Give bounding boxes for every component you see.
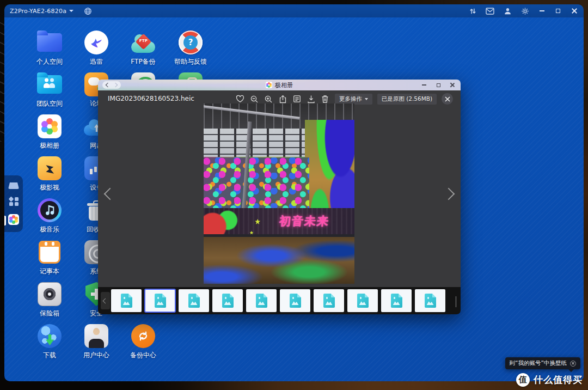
thumbnail-2-selected[interactable]: [145, 289, 175, 312]
mail-icon[interactable]: [486, 7, 494, 15]
download-globe-icon: [38, 324, 62, 348]
photo-floor: [204, 237, 354, 284]
window-minimize-button[interactable]: [538, 7, 546, 15]
zoom-in-icon[interactable]: [264, 94, 273, 103]
photo-canvas: 初音未来: [204, 103, 354, 284]
window-titlebar[interactable]: 极相册: [98, 80, 461, 90]
win-maximize-button[interactable]: [434, 81, 442, 89]
thumbs-scroll-left[interactable]: [101, 292, 110, 309]
window-title: 极相册: [98, 81, 461, 89]
thumbs-scroll-right[interactable]: [456, 296, 456, 307]
window-maximize-button[interactable]: [554, 7, 562, 15]
exif-info-icon[interactable]: [292, 94, 302, 103]
win-minimize-button[interactable]: [420, 81, 428, 89]
notebook-icon: [39, 241, 60, 264]
photos-flower-icon: [38, 114, 62, 138]
gear-icon[interactable]: [520, 7, 529, 15]
share-icon[interactable]: [278, 94, 287, 103]
desktop-app-video[interactable]: 极影视: [26, 154, 73, 192]
user-avatar-icon: [84, 324, 108, 348]
desktop-app-safe-box[interactable]: 保险箱: [26, 280, 73, 318]
thumbnail-5[interactable]: [246, 289, 277, 312]
safe-icon: [38, 282, 62, 306]
thunder-bird-icon: [84, 31, 108, 54]
toast-text: 到“我的账号”中换壁纸: [510, 359, 567, 367]
side-dock: [4, 175, 23, 232]
active-app-indicator: [4, 216, 6, 226]
video-icon: [38, 156, 62, 180]
viewer-close-button[interactable]: [442, 93, 453, 105]
app-mini-icon: [266, 82, 272, 88]
ftp-cloud-icon: FTP: [131, 33, 156, 54]
original-size-button[interactable]: 已是原图 (2.56MB): [377, 94, 437, 105]
thumbnail-7[interactable]: [314, 289, 344, 312]
viewer-toolbar: 更多操作 已是原图 (2.56MB): [236, 93, 453, 105]
favorite-heart-icon[interactable]: [236, 94, 245, 103]
chevron-down-icon: [365, 98, 368, 100]
window-close-button[interactable]: [571, 7, 578, 15]
desktop-app-notes[interactable]: 记事本: [26, 238, 73, 276]
thumbnail-9[interactable]: [381, 289, 412, 312]
photo-album-window: 极相册 IMG20230628160523.heic: [98, 80, 461, 314]
more-actions-button[interactable]: 更多操作: [335, 94, 372, 105]
device-name-dropdown[interactable]: Z2Pro-YAE2-6820a: [10, 8, 74, 15]
desktop-app-music[interactable]: 极音乐: [26, 196, 73, 234]
running-photo-album-icon[interactable]: [8, 214, 19, 225]
image-viewer: IMG20230628160523.heic: [98, 90, 461, 287]
system-topbar: Z2Pro-YAE2-6820a: [4, 4, 584, 17]
history-nav[interactable]: [102, 81, 121, 89]
desktop-app-help-feedback[interactable]: ? 帮助与反馈: [167, 28, 214, 66]
user-icon[interactable]: [503, 7, 512, 15]
photo-caption-text: 初音未来: [278, 214, 330, 229]
download-icon[interactable]: [307, 94, 316, 103]
screen: Z2Pro-YAE2-6820a: [0, 0, 588, 390]
toast-close-icon[interactable]: [570, 361, 576, 367]
desktop-app-user-center[interactable]: 用户中心: [73, 322, 120, 360]
thumbnail-1[interactable]: [111, 289, 142, 312]
apps-grid-icon[interactable]: [9, 197, 19, 206]
image-filename: IMG20230628160523.heic: [108, 95, 194, 102]
transfer-icon[interactable]: [468, 7, 477, 15]
smzdm-logo: 值: [516, 373, 530, 387]
desktop-app-team-space[interactable]: 团队空间: [26, 70, 73, 108]
desktop-app-ftp-backup[interactable]: FTP FTP备份: [120, 28, 167, 66]
desktop-app-backup-center[interactable]: 备份中心: [120, 322, 167, 360]
desktop-app-photo-album[interactable]: 极相册: [26, 112, 73, 150]
win-close-button[interactable]: [449, 81, 456, 89]
thumbnail-6[interactable]: [280, 289, 310, 312]
delete-trash-icon[interactable]: [321, 94, 330, 103]
back-icon[interactable]: [106, 83, 110, 87]
next-photo-arrow[interactable]: [443, 188, 455, 200]
previous-photo-arrow[interactable]: [104, 188, 117, 200]
sync-arrows-icon: [131, 324, 155, 348]
device-name: Z2Pro-YAE2-6820a: [10, 8, 66, 15]
thumbnail-4[interactable]: [212, 289, 243, 312]
device-icon[interactable]: [8, 182, 19, 189]
desktop-app-download[interactable]: 下载: [26, 322, 73, 360]
thumbnail-strip: [98, 287, 461, 314]
thumbnail-8[interactable]: [347, 289, 378, 312]
lifebuoy-help-icon: ?: [179, 31, 203, 54]
folder-icon: [37, 33, 62, 52]
thumbnail-3[interactable]: [179, 289, 209, 312]
chevron-down-icon: [69, 10, 74, 12]
desktop-app-thunder[interactable]: 迅雷: [73, 28, 120, 66]
wallpaper-toast: 到“我的账号”中换壁纸: [505, 357, 580, 369]
forward-icon[interactable]: [113, 83, 118, 87]
desktop-app-personal-space[interactable]: 个人空间: [26, 28, 73, 66]
zoom-out-icon[interactable]: [250, 94, 259, 103]
thumbnail-10[interactable]: [415, 289, 445, 312]
music-icon: [38, 198, 62, 222]
team-folder-icon: [37, 75, 62, 94]
globe-icon[interactable]: [83, 7, 92, 15]
smzdm-watermark: 值 什么值得买: [512, 371, 587, 389]
